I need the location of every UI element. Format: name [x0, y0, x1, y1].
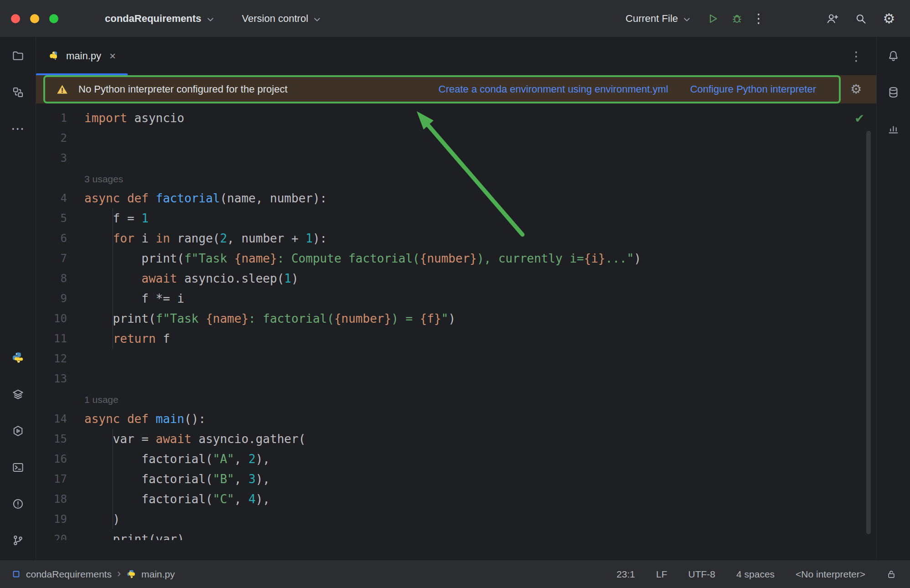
breadcrumb-separator: › — [117, 567, 121, 580]
code-row[interactable]: 13 — [36, 369, 876, 389]
line-number — [36, 168, 84, 188]
line-number: 3 — [36, 148, 84, 168]
line-ending-widget[interactable]: LF — [656, 569, 667, 580]
line-number: 15 — [36, 429, 84, 449]
line-number: 20 — [36, 529, 84, 540]
code-line-text: f = 1 — [84, 208, 149, 228]
breadcrumb-project[interactable]: condaRequirements — [26, 569, 112, 580]
line-number: 14 — [36, 409, 84, 429]
debug-button[interactable] — [728, 10, 746, 28]
database-icon[interactable] — [886, 84, 901, 100]
layers-icon[interactable] — [10, 387, 26, 402]
services-icon[interactable] — [10, 423, 26, 438]
project-folder-icon[interactable] — [10, 48, 26, 63]
code-row[interactable]: 7 print(f"Task {name}: Compute factorial… — [36, 248, 876, 268]
code-row[interactable]: 11 return f — [36, 329, 876, 349]
run-configuration-selector[interactable]: Current File — [626, 13, 690, 25]
warning-triangle-icon — [56, 83, 68, 96]
tab-close-icon[interactable]: × — [109, 50, 116, 62]
more-tool-windows-icon[interactable]: ⋯ — [10, 121, 26, 136]
run-configuration-label: Current File — [626, 13, 678, 25]
line-number: 11 — [36, 329, 84, 349]
code-row[interactable]: 4async def factorial(name, number): — [36, 188, 876, 208]
git-branch-icon[interactable] — [10, 532, 26, 548]
line-number: 12 — [36, 349, 84, 369]
usages-inlay-hint[interactable]: 3 usages — [84, 168, 123, 188]
code-line-text: var = await asyncio.gather( — [84, 429, 305, 449]
code-row[interactable]: 12 — [36, 349, 876, 369]
status-widgets: 23:1 LF UTF-8 4 spaces <No interpreter> — [616, 569, 896, 580]
code-row[interactable]: 16 factorial("A", 2), — [36, 449, 876, 469]
minimize-window-button[interactable] — [30, 14, 39, 23]
usages-inlay-hint[interactable]: 1 usage — [84, 389, 119, 409]
tab-options-kebab-icon[interactable]: ⋮ — [850, 49, 863, 64]
settings-gear-icon[interactable]: ⚙ — [880, 10, 898, 28]
problems-icon[interactable] — [10, 496, 26, 511]
line-number: 8 — [36, 268, 84, 289]
traffic-lights — [11, 14, 58, 23]
line-number: 10 — [36, 309, 84, 329]
code-line-text: import asyncio — [84, 108, 184, 128]
inspection-ok-icon[interactable]: ✔ — [854, 112, 864, 126]
code-row[interactable]: 20 print(var) — [36, 529, 876, 540]
search-everywhere-icon[interactable] — [852, 10, 870, 28]
line-number: 1 — [36, 108, 84, 128]
code-row[interactable]: 14async def main(): — [36, 409, 876, 429]
line-number: 7 — [36, 248, 84, 268]
project-square-icon — [12, 570, 21, 578]
editor-area: main.py × ⋮ No Python interpreter confi — [36, 37, 876, 560]
line-number: 9 — [36, 289, 84, 309]
banner-settings-gear-icon[interactable]: ⚙ — [850, 83, 862, 96]
breadcrumb-file[interactable]: main.py — [141, 569, 175, 580]
editor-tab-bar: main.py × ⋮ — [36, 37, 876, 75]
code-row[interactable]: 9 f *= i — [36, 289, 876, 309]
indent-widget[interactable]: 4 spaces — [736, 569, 775, 580]
code-row[interactable]: 5 f = 1 — [36, 208, 876, 228]
line-number: 5 — [36, 208, 84, 228]
code-editor[interactable]: 1import asyncio233 usages4async def fact… — [36, 103, 876, 560]
line-number — [36, 389, 84, 409]
code-row[interactable]: 18 factorial("C", 4), — [36, 489, 876, 509]
code-row[interactable]: 2 — [36, 128, 876, 148]
line-number: 19 — [36, 509, 84, 529]
chart-icon[interactable] — [886, 121, 901, 136]
code-row[interactable]: 10 print(f"Task {name}: factorial({numbe… — [36, 309, 876, 329]
interpreter-widget[interactable]: <No interpreter> — [796, 569, 865, 580]
code-row[interactable]: 6 for i in range(2, number + 1): — [36, 228, 876, 248]
code-line-text: await asyncio.sleep(1) — [84, 268, 299, 289]
code-with-me-icon[interactable] — [823, 10, 842, 28]
notifications-bell-icon[interactable] — [886, 48, 901, 63]
terminal-icon[interactable] — [10, 459, 26, 475]
vcs-selector[interactable]: Version control — [242, 13, 321, 25]
encoding-widget[interactable]: UTF-8 — [688, 569, 716, 580]
project-selector[interactable]: condaRequirements — [105, 13, 214, 25]
vertical-scrollbar[interactable] — [866, 131, 871, 534]
python-packages-icon[interactable] — [10, 350, 26, 366]
python-file-icon — [126, 569, 136, 579]
run-button[interactable] — [704, 10, 722, 28]
close-window-button[interactable] — [11, 14, 20, 23]
structure-icon[interactable] — [10, 84, 26, 100]
code-row[interactable]: 15 var = await asyncio.gather( — [36, 429, 876, 449]
inlay-row[interactable]: 1 usage — [36, 389, 876, 409]
zoom-window-button[interactable] — [49, 14, 58, 23]
line-number: 17 — [36, 469, 84, 489]
code-row[interactable]: 1import asyncio — [36, 108, 876, 128]
code-row[interactable]: 8 await asyncio.sleep(1) — [36, 268, 876, 289]
left-tool-stripe: ⋯ — [0, 37, 36, 560]
tab-main-py[interactable]: main.py × — [36, 37, 128, 75]
configure-interpreter-link[interactable]: Configure Python interpreter — [690, 83, 816, 95]
code-line-text: print(var) — [84, 529, 184, 540]
indent-guide — [113, 208, 113, 349]
lock-icon[interactable] — [886, 569, 896, 579]
create-conda-env-link[interactable]: Create a conda environment using environ… — [439, 83, 668, 95]
inlay-row[interactable]: 3 usages — [36, 168, 876, 188]
code-lines: 1import asyncio233 usages4async def fact… — [36, 108, 876, 540]
code-row[interactable]: 19 ) — [36, 509, 876, 529]
code-row[interactable]: 3 — [36, 148, 876, 168]
caret-position-widget[interactable]: 23:1 — [616, 569, 635, 580]
tab-label: main.py — [66, 50, 101, 62]
more-run-actions-button[interactable]: ⋮ — [752, 12, 765, 25]
title-bar: condaRequirements Version control Curren… — [0, 0, 910, 37]
code-row[interactable]: 17 factorial("B", 3), — [36, 469, 876, 489]
